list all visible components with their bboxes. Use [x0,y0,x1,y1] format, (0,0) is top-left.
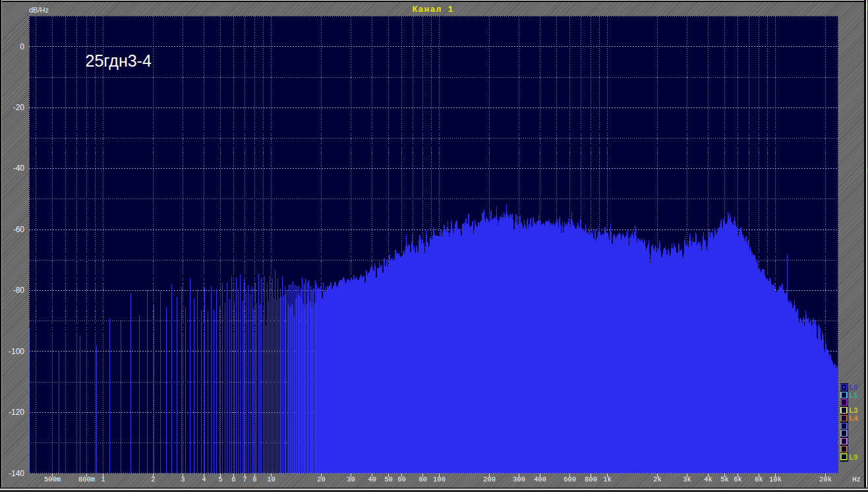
svg-text:Канал 1: Канал 1 [412,5,453,15]
svg-text:dB/Hz: dB/Hz [29,6,49,14]
svg-text:8k: 8k [755,476,763,483]
svg-text:6k: 6k [734,476,742,483]
svg-text:2k: 2k [653,476,662,483]
svg-text:4k: 4k [704,476,712,483]
svg-text:-40: -40 [13,164,25,173]
svg-text:-20: -20 [13,103,25,112]
svg-text:50: 50 [384,476,393,483]
svg-text:7: 7 [243,476,246,483]
svg-text:L9: L9 [850,453,858,461]
svg-text:800m: 800m [78,476,95,483]
svg-text:-140: -140 [9,469,24,478]
svg-text:25гдн3-4: 25гдн3-4 [86,51,152,70]
svg-text:3k: 3k [683,476,691,483]
svg-text:-80: -80 [13,286,25,295]
svg-text:600: 600 [564,476,576,483]
svg-text:5: 5 [218,476,222,483]
svg-text:1: 1 [101,476,105,483]
svg-text:-60: -60 [13,225,25,234]
svg-text:L1: L1 [850,391,858,399]
svg-text:0: 0 [20,42,24,51]
svg-text:1k: 1k [603,476,612,483]
svg-text:20k: 20k [819,476,832,483]
svg-text:-100: -100 [9,347,24,356]
svg-text:800: 800 [585,476,597,483]
svg-text:5k: 5k [720,476,729,483]
svg-text:80: 80 [419,476,427,483]
svg-text:4: 4 [202,476,206,483]
svg-text:10k: 10k [769,476,782,483]
svg-text:100: 100 [433,476,446,483]
svg-text:Hz: Hz [852,476,861,483]
svg-text:40: 40 [368,476,376,483]
svg-text:L0: L0 [850,383,858,391]
svg-text:L4: L4 [850,414,859,422]
svg-text:8: 8 [252,476,256,483]
svg-text:20: 20 [317,476,326,483]
svg-text:500m: 500m [44,476,61,483]
svg-text:2: 2 [151,476,155,483]
svg-text:6: 6 [231,476,235,483]
svg-text:400: 400 [534,476,546,483]
svg-text:300: 300 [513,476,525,483]
svg-text:L3: L3 [850,406,858,414]
svg-text:200: 200 [483,476,496,483]
svg-text:-120: -120 [9,408,24,417]
svg-text:60: 60 [397,476,406,483]
svg-text:10: 10 [267,476,275,483]
svg-text:3: 3 [181,476,185,483]
svg-text:30: 30 [347,476,355,483]
